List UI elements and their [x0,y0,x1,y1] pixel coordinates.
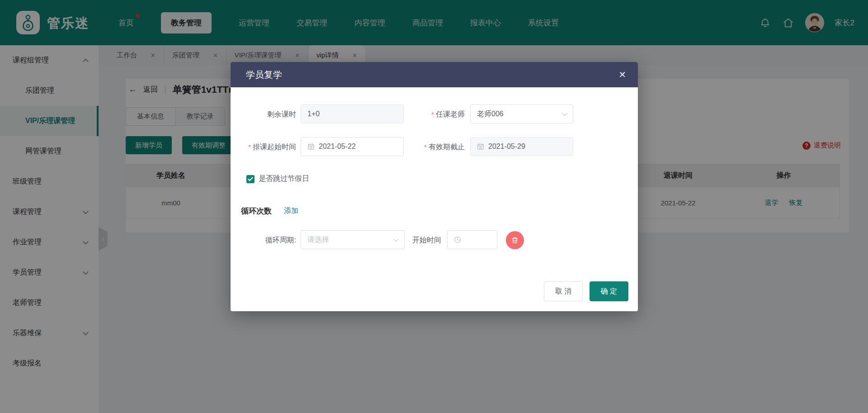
schedule-start-label: *排课起始时间 [248,142,296,152]
cycle-period-select[interactable]: 请选择 [301,230,405,249]
valid-until-date-picker: 2021-05-29 [470,137,573,156]
dialog-title: 学员复学 [246,69,282,81]
required-mark: * [424,143,427,151]
add-cycle-link[interactable]: 添加 [284,206,298,216]
chevron-down-icon [562,111,567,116]
remaining-hours-field: 1+0 [301,104,404,123]
skip-holiday-checkbox[interactable] [246,175,255,183]
cancel-button[interactable]: 取 消 [544,281,583,301]
teacher-label: *任课老师 [431,110,465,119]
cycle-period-label: 循环周期: [265,236,296,245]
cycle-count-title: 循环次数 [241,206,272,216]
required-mark: * [248,143,251,151]
dialog-header: 学员复学 ✕ [231,62,638,87]
skip-holiday-row: 是否跳过节假日 [246,174,309,184]
start-time-picker[interactable] [447,230,497,249]
trash-icon [511,236,519,244]
close-dialog-icon[interactable]: ✕ [618,69,626,80]
calendar-icon [307,143,315,150]
start-time-label: 开始时间 [412,236,441,245]
teacher-select[interactable]: 老师006 [470,104,573,123]
clock-icon [454,236,461,243]
valid-until-label: *有效期截止 [424,142,465,152]
remaining-hours-label: 剩余课时 [267,110,296,119]
skip-holiday-label: 是否跳过节假日 [259,174,309,184]
chevron-down-icon [393,237,398,242]
delete-cycle-button[interactable] [506,231,524,249]
resume-study-dialog: 学员复学 ✕ 剩余课时 1+0 *任课老师 老师006 *排课起始时间 2021… [231,62,638,311]
confirm-button[interactable]: 确 定 [590,281,628,301]
schedule-start-date-picker[interactable]: 2021-05-22 [301,137,404,156]
calendar-icon [477,143,484,150]
required-mark: * [431,110,434,118]
